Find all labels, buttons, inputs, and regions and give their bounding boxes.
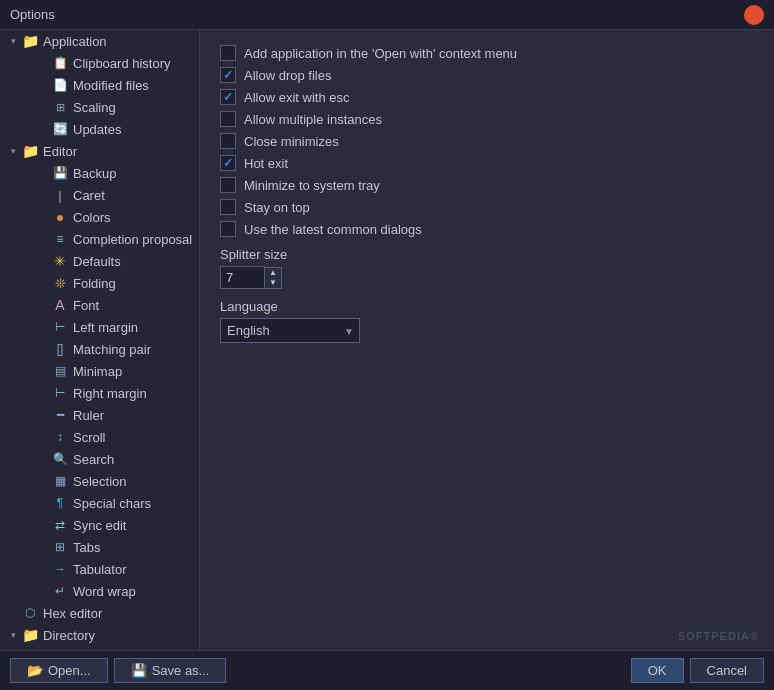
- splitter-size-group: Splitter size▲▼: [220, 247, 754, 289]
- splitter-increment-button[interactable]: ▲: [265, 268, 281, 278]
- label-application: Application: [43, 34, 107, 49]
- checkbox-allow_drop[interactable]: [220, 67, 236, 83]
- sidebar-item-leftmargin[interactable]: ⊢Left margin: [0, 316, 199, 338]
- option-row-hot_exit: Hot exit: [220, 155, 754, 171]
- icon-defaults: ✳: [52, 253, 68, 269]
- icon-selection: ▦: [52, 473, 68, 489]
- sidebar-item-wordwrap[interactable]: ↵Word wrap: [0, 580, 199, 602]
- icon-dirtabs: ⊞: [52, 649, 68, 650]
- icon-editor: 📁: [22, 143, 38, 159]
- ok-button[interactable]: OK: [631, 658, 684, 683]
- sidebar-item-clipboard[interactable]: 📋Clipboard history: [0, 52, 199, 74]
- option-label-close_min[interactable]: Close minimizes: [220, 133, 339, 149]
- checkbox-stay_top[interactable]: [220, 199, 236, 215]
- label-defaults: Defaults: [73, 254, 121, 269]
- open-label: Open...: [48, 663, 91, 678]
- option-label-use_latest[interactable]: Use the latest common dialogs: [220, 221, 422, 237]
- sidebar-item-rightmargin[interactable]: ⊢Right margin: [0, 382, 199, 404]
- sidebar-item-application[interactable]: ▾📁Application: [0, 30, 199, 52]
- sidebar-item-scroll[interactable]: ↕Scroll: [0, 426, 199, 448]
- sidebar-item-editor[interactable]: ▾📁Editor: [0, 140, 199, 162]
- checkbox-allow_exit[interactable]: [220, 89, 236, 105]
- option-text-min_tray: Minimize to system tray: [244, 178, 380, 193]
- sidebar-item-selection[interactable]: ▦Selection: [0, 470, 199, 492]
- icon-clipboard: 📋: [52, 55, 68, 71]
- sidebar-item-tabulator[interactable]: →Tabulator: [0, 558, 199, 580]
- option-label-stay_top[interactable]: Stay on top: [220, 199, 310, 215]
- icon-updates: 🔄: [52, 121, 68, 137]
- splitter-size-label: Splitter size: [220, 247, 754, 262]
- checkbox-close_min[interactable]: [220, 133, 236, 149]
- label-tabulator: Tabulator: [73, 562, 126, 577]
- icon-folding: ❊: [52, 275, 68, 291]
- option-text-allow_drop: Allow drop files: [244, 68, 331, 83]
- sidebar-item-scaling[interactable]: ⊞Scaling: [0, 96, 199, 118]
- option-label-min_tray[interactable]: Minimize to system tray: [220, 177, 380, 193]
- close-icon[interactable]: [744, 5, 764, 25]
- sidebar-item-updates[interactable]: 🔄Updates: [0, 118, 199, 140]
- sidebar-item-minimap[interactable]: ▤Minimap: [0, 360, 199, 382]
- label-backup: Backup: [73, 166, 116, 181]
- sidebar-item-hexeditor[interactable]: ⬡Hex editor: [0, 602, 199, 624]
- option-label-hot_exit[interactable]: Hot exit: [220, 155, 288, 171]
- ok-label: OK: [648, 663, 667, 678]
- option-label-allow_drop[interactable]: Allow drop files: [220, 67, 331, 83]
- label-matchingpair: Matching pair: [73, 342, 151, 357]
- sidebar-item-defaults[interactable]: ✳Defaults: [0, 250, 199, 272]
- sidebar-item-modified[interactable]: 📄Modified files: [0, 74, 199, 96]
- icon-specialchars: ¶: [52, 495, 68, 511]
- title-bar-text: Options: [10, 7, 55, 22]
- label-clipboard: Clipboard history: [73, 56, 171, 71]
- sidebar-item-search[interactable]: 🔍Search: [0, 448, 199, 470]
- icon-matchingpair: []: [52, 341, 68, 357]
- sidebar-item-matchingpair[interactable]: []Matching pair: [0, 338, 199, 360]
- option-label-add_app[interactable]: Add application in the 'Open with' conte…: [220, 45, 517, 61]
- save-icon: 💾: [131, 663, 147, 678]
- sidebar-item-colors[interactable]: ●Colors: [0, 206, 199, 228]
- bottom-right-actions: OK Cancel: [631, 658, 764, 683]
- sidebar-item-folding[interactable]: ❊Folding: [0, 272, 199, 294]
- sidebar-item-ruler[interactable]: ━Ruler: [0, 404, 199, 426]
- icon-completion: ≡: [52, 231, 68, 247]
- checkbox-use_latest[interactable]: [220, 221, 236, 237]
- open-button[interactable]: 📂 Open...: [10, 658, 108, 683]
- option-row-use_latest: Use the latest common dialogs: [220, 221, 754, 237]
- splitter-size-input[interactable]: [220, 266, 265, 289]
- sidebar-item-specialchars[interactable]: ¶Special chars: [0, 492, 199, 514]
- sidebar-item-syncedit[interactable]: ⇄Sync edit: [0, 514, 199, 536]
- cancel-button[interactable]: Cancel: [690, 658, 764, 683]
- open-icon: 📂: [27, 663, 43, 678]
- option-text-stay_top: Stay on top: [244, 200, 310, 215]
- label-ruler: Ruler: [73, 408, 104, 423]
- icon-scroll: ↕: [52, 429, 68, 445]
- sidebar-item-caret[interactable]: |Caret: [0, 184, 199, 206]
- option-label-allow_multi[interactable]: Allow multiple instances: [220, 111, 382, 127]
- sidebar-item-backup[interactable]: 💾Backup: [0, 162, 199, 184]
- option-row-allow_exit: Allow exit with esc: [220, 89, 754, 105]
- content-panel: Add application in the 'Open with' conte…: [200, 30, 774, 650]
- sidebar-item-dirtabs[interactable]: ⊞Tabs: [0, 646, 199, 650]
- option-row-allow_drop: Allow drop files: [220, 67, 754, 83]
- splitter-decrement-button[interactable]: ▼: [265, 278, 281, 288]
- label-completion: Completion proposal: [73, 232, 192, 247]
- sidebar-item-tabs[interactable]: ⊞Tabs: [0, 536, 199, 558]
- label-rightmargin: Right margin: [73, 386, 147, 401]
- chevron-editor: ▾: [6, 144, 20, 158]
- language-label: Language: [220, 299, 754, 314]
- label-scaling: Scaling: [73, 100, 116, 115]
- label-caret: Caret: [73, 188, 105, 203]
- sidebar-item-completion[interactable]: ≡Completion proposal: [0, 228, 199, 250]
- sidebar-item-directory[interactable]: ▾📁Directory: [0, 624, 199, 646]
- bottom-left-actions: 📂 Open... 💾 Save as...: [10, 658, 226, 683]
- label-modified: Modified files: [73, 78, 149, 93]
- language-select[interactable]: EnglishDeutschFrançaisEspañolРусский: [220, 318, 360, 343]
- checkbox-add_app[interactable]: [220, 45, 236, 61]
- label-folding: Folding: [73, 276, 116, 291]
- save-as-button[interactable]: 💾 Save as...: [114, 658, 227, 683]
- checkbox-allow_multi[interactable]: [220, 111, 236, 127]
- sidebar-item-font[interactable]: AFont: [0, 294, 199, 316]
- checkbox-hot_exit[interactable]: [220, 155, 236, 171]
- option-label-allow_exit[interactable]: Allow exit with esc: [220, 89, 349, 105]
- checkbox-min_tray[interactable]: [220, 177, 236, 193]
- icon-wordwrap: ↵: [52, 583, 68, 599]
